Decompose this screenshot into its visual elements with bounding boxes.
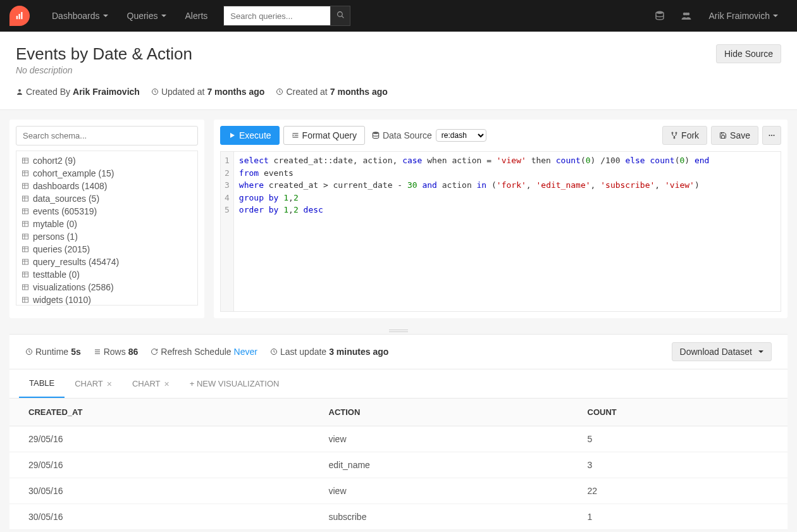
table-icon (22, 296, 29, 304)
app-logo[interactable] (9, 6, 30, 26)
ellipsis-icon (768, 132, 775, 139)
svg-point-52 (672, 132, 673, 133)
table-icon (22, 245, 29, 253)
drag-handle[interactable] (0, 328, 797, 334)
datasource-select[interactable]: re:dash (436, 129, 486, 142)
fork-button[interactable]: Fork (662, 126, 707, 145)
database-icon (371, 131, 380, 140)
more-button[interactable] (762, 126, 781, 145)
svg-rect-45 (23, 297, 28, 302)
tab-new-visualization[interactable]: + NEW VISUALIZATION (180, 369, 290, 398)
table-row: 30/05/16subscribe1 (9, 504, 788, 530)
schema-item[interactable]: persons (1) (22, 230, 192, 243)
created-by: Created By Arik Fraimovich (16, 87, 140, 97)
execute-button[interactable]: Execute (220, 126, 280, 145)
updated-at: Updated at 7 months ago (151, 87, 265, 97)
search-input[interactable] (223, 6, 331, 26)
schema-item[interactable]: dashboards (1408) (22, 180, 192, 192)
schema-item[interactable]: mytable (0) (22, 218, 192, 230)
nav-queries[interactable]: Queries (118, 11, 176, 21)
clock-icon (270, 348, 278, 356)
query-editor[interactable]: 12345 select created_at::date, action, c… (220, 151, 781, 312)
download-dataset-button[interactable]: Download Dataset (672, 342, 772, 361)
close-icon[interactable]: × (164, 379, 170, 389)
page-header: Events by Date & Action No description H… (0, 32, 797, 110)
schema-search-input[interactable] (16, 126, 198, 145)
indent-icon (292, 132, 299, 139)
format-query-button[interactable]: Format Query (283, 126, 365, 145)
col-header[interactable]: CREATED_AT (9, 399, 310, 426)
svg-rect-39 (23, 272, 28, 277)
user-icon (16, 88, 23, 96)
svg-point-5 (656, 11, 664, 15)
runtime: Runtime 5s (25, 347, 81, 357)
svg-rect-33 (23, 247, 28, 252)
schedule-link[interactable]: Never (234, 347, 257, 357)
schema-item[interactable]: queries (2015) (22, 243, 192, 256)
tab-table[interactable]: TABLE (19, 369, 65, 398)
hide-source-button[interactable]: Hide Source (716, 44, 781, 63)
search-button[interactable] (330, 6, 350, 26)
schema-item[interactable]: testtable (0) (22, 268, 192, 281)
tab-chart-1[interactable]: CHART× (65, 369, 122, 398)
caret-icon (161, 15, 166, 17)
table-icon (22, 157, 29, 164)
nav-user-menu[interactable]: Arik Fraimovich (700, 11, 788, 21)
schema-item[interactable]: widgets (1010) (22, 294, 192, 306)
caret-icon (773, 15, 778, 17)
results-container: TABLE CHART× CHART× + NEW VISUALIZATION … (9, 369, 788, 530)
schema-item[interactable]: cohort_example (15) (22, 167, 192, 180)
list-icon (94, 348, 101, 356)
svg-rect-24 (23, 209, 28, 214)
schema-item[interactable]: cohort2 (9) (22, 154, 192, 167)
clock-icon (151, 88, 159, 96)
table-row: 30/05/16view22 (9, 478, 788, 504)
svg-rect-18 (23, 183, 28, 189)
table-icon (22, 170, 29, 177)
schema-item[interactable]: visualizations (2586) (22, 281, 192, 294)
nav-dashboards[interactable]: Dashboards (42, 11, 118, 21)
table-icon (22, 283, 29, 291)
schema-panel: cohort2 (9) cohort_example (15) dashboar… (9, 120, 204, 318)
svg-point-56 (771, 135, 772, 136)
page-title: Events by Date & Action (16, 44, 192, 64)
visualization-tabs: TABLE CHART× CHART× + NEW VISUALIZATION (9, 369, 788, 399)
results-table: CREATED_AT ACTION COUNT 29/05/16view5 29… (9, 399, 788, 530)
col-header[interactable]: ACTION (310, 399, 569, 426)
play-icon (228, 132, 236, 139)
svg-point-55 (769, 135, 770, 136)
users-icon[interactable] (673, 10, 700, 22)
svg-rect-2 (21, 12, 22, 19)
svg-point-8 (684, 13, 688, 16)
svg-point-9 (18, 89, 21, 92)
datasources-icon[interactable] (646, 10, 673, 22)
schema-item[interactable]: query_results (45474) (22, 256, 192, 268)
table-icon (22, 233, 29, 240)
code-area[interactable]: select created_at::date, action, case wh… (234, 152, 781, 311)
svg-point-51 (373, 132, 378, 134)
svg-rect-12 (23, 158, 28, 163)
description[interactable]: No description (16, 65, 192, 75)
schema-list: cohort2 (9) cohort_example (15) dashboar… (16, 151, 198, 306)
results-bar: Runtime 5s Rows 86 Refresh Schedule Neve… (9, 334, 788, 369)
save-button[interactable]: Save (711, 126, 758, 145)
nav-alerts[interactable]: Alerts (176, 11, 218, 21)
tab-chart-2[interactable]: CHART× (122, 369, 180, 398)
row-count: Rows 86 (94, 347, 139, 357)
refresh-schedule: Refresh Schedule Never (151, 347, 257, 357)
schema-item[interactable]: events (605319) (22, 205, 192, 218)
fork-icon (670, 132, 678, 139)
svg-rect-21 (23, 196, 28, 201)
close-icon[interactable]: × (107, 379, 112, 389)
schema-item[interactable]: data_sources (5) (22, 192, 192, 205)
svg-point-53 (676, 132, 677, 133)
line-gutter: 12345 (221, 152, 234, 311)
table-icon (22, 258, 29, 266)
datasource-label: Data Source (371, 130, 432, 140)
table-icon (22, 271, 29, 278)
svg-point-3 (337, 12, 342, 17)
col-header[interactable]: COUNT (569, 399, 788, 426)
caret-icon (758, 350, 763, 353)
svg-rect-36 (23, 259, 28, 264)
svg-rect-27 (23, 221, 28, 226)
